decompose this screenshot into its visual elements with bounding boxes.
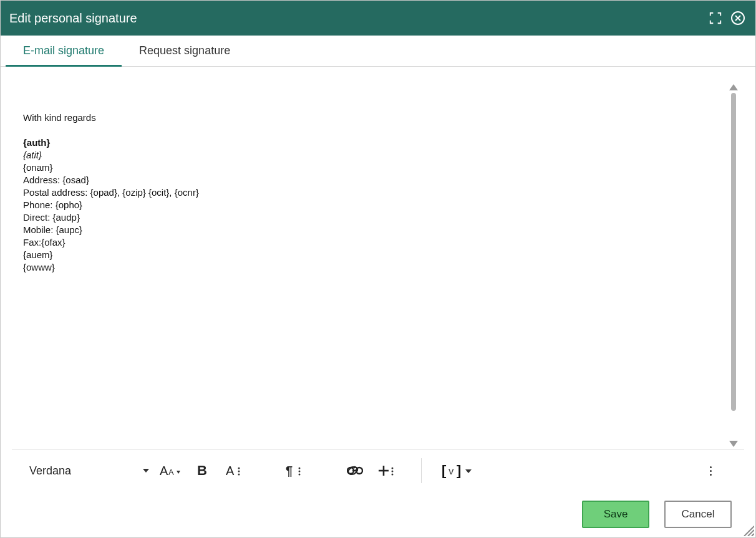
line-greeting: With kind regards	[23, 112, 96, 123]
svg-marker-24	[465, 469, 472, 473]
svg-point-19	[392, 471, 394, 473]
editor-toolbar: Verdana A A B A	[12, 450, 744, 491]
titlebar: Edit personal signature	[1, 1, 755, 36]
svg-text:B: B	[197, 464, 207, 478]
line-mobile: Mobile: {aupc}	[23, 224, 82, 235]
paragraph-button[interactable]: ¶	[279, 458, 311, 483]
tab-bar: E-mail signature Request signature	[1, 36, 755, 67]
tab-email-signature[interactable]: E-mail signature	[6, 37, 122, 67]
line-onam: {onam}	[23, 162, 53, 173]
editor-wrap: With kind regards {auth} {atit} {onam} A…	[1, 67, 755, 491]
maximize-button[interactable]	[707, 9, 724, 27]
svg-text:A: A	[168, 468, 174, 477]
svg-text:]: ]	[457, 463, 461, 478]
save-button[interactable]: Save	[582, 501, 649, 528]
insert-variable-button[interactable]: [ v ]	[439, 458, 479, 483]
svg-point-6	[238, 468, 240, 469]
svg-point-10	[299, 468, 301, 469]
bold-button[interactable]: B	[187, 458, 219, 483]
font-size-icon: A A	[160, 463, 181, 478]
line-fax: Fax:{ofax}	[23, 237, 65, 247]
scroll-up-icon[interactable]	[729, 84, 738, 90]
svg-point-20	[392, 474, 394, 476]
svg-point-11	[299, 471, 301, 473]
kebab-icon	[710, 466, 712, 476]
bold-icon: B	[196, 464, 209, 478]
line-address: Address: {osad}	[23, 175, 89, 185]
chevron-down-icon	[143, 469, 149, 473]
scroll-track[interactable]	[731, 93, 736, 438]
svg-text:v: v	[448, 465, 454, 477]
text-style-icon: A	[226, 464, 245, 478]
svg-point-8	[238, 474, 240, 476]
line-phone: Phone: {opho}	[23, 199, 82, 210]
svg-text:[: [	[442, 463, 447, 478]
line-atit: {atit}	[23, 150, 42, 160]
insert-button[interactable]	[371, 458, 404, 483]
font-family-value: Verdana	[29, 464, 71, 478]
line-direct: Direct: {audp}	[23, 212, 80, 223]
svg-line-27	[752, 534, 754, 536]
variable-icon: [ v ]	[442, 463, 477, 478]
svg-text:A: A	[226, 464, 235, 478]
dialog-footer: Save Cancel	[1, 491, 755, 537]
link-button[interactable]	[339, 458, 371, 483]
line-auem: {auem}	[23, 249, 53, 260]
edit-signature-dialog: Edit personal signature E-mail signature…	[0, 0, 756, 538]
svg-text:¶: ¶	[286, 464, 293, 478]
line-postal: Postal address: {opad}, {ozip} {ocit}, {…	[23, 187, 199, 198]
close-button[interactable]	[729, 9, 747, 27]
editor-scrollbar[interactable]	[729, 84, 738, 447]
paragraph-icon: ¶	[286, 464, 304, 478]
maximize-icon	[709, 11, 722, 25]
svg-point-7	[238, 471, 240, 473]
svg-point-12	[299, 474, 301, 476]
more-options-button[interactable]	[694, 458, 727, 483]
close-icon	[730, 11, 745, 26]
svg-point-18	[392, 468, 394, 469]
toolbar-divider	[421, 458, 422, 483]
scroll-down-icon[interactable]	[729, 441, 738, 447]
svg-text:A: A	[160, 464, 168, 478]
signature-editor[interactable]: With kind regards {auth} {atit} {onam} A…	[23, 82, 714, 449]
font-family-select[interactable]: Verdana	[29, 464, 154, 478]
resize-grip[interactable]	[742, 524, 754, 536]
font-size-button[interactable]: A A	[154, 458, 187, 483]
editor-scroll: With kind regards {auth} {atit} {onam} A…	[12, 82, 744, 450]
svg-marker-3	[177, 471, 180, 474]
dialog-title: Edit personal signature	[9, 11, 137, 26]
scroll-thumb[interactable]	[731, 93, 736, 411]
text-style-button[interactable]: A	[219, 458, 251, 483]
resize-grip-icon	[742, 524, 754, 536]
line-owww: {owww}	[23, 262, 55, 272]
link-icon	[347, 464, 363, 478]
insert-icon	[378, 464, 397, 478]
cancel-button[interactable]: Cancel	[664, 501, 732, 528]
line-auth: {auth}	[23, 137, 50, 148]
tab-request-signature[interactable]: Request signature	[122, 37, 248, 67]
